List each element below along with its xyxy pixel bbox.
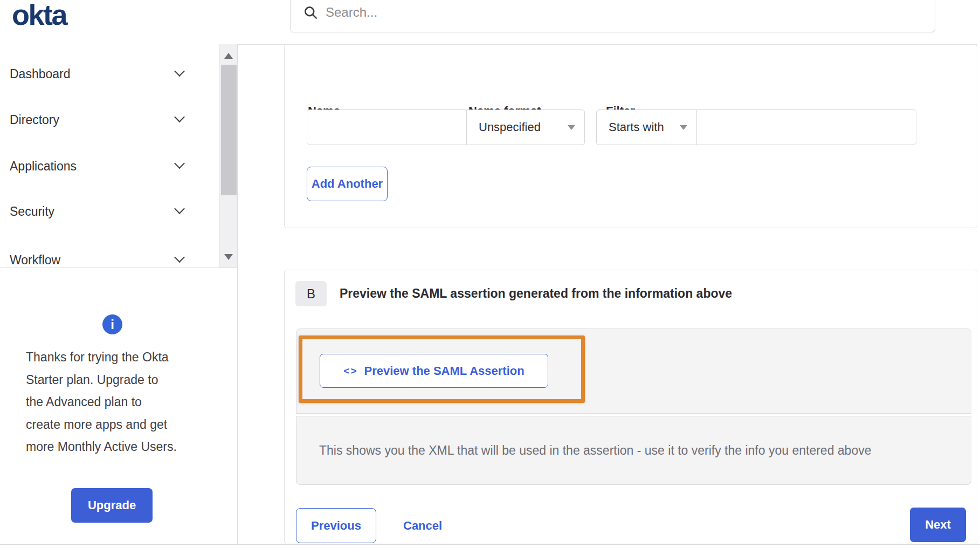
next-button[interactable]: Next [910,508,966,542]
plan-notice-line: the Advanced plan to [26,391,209,414]
chevron-down-icon [174,66,185,77]
chevron-down-icon [174,112,185,122]
preview-section-heading: Preview the SAML assertion generated fro… [340,281,732,306]
sidebar-item-dashboard[interactable]: Dashboard [0,58,220,90]
sidebar-scrollbar[interactable] [219,44,237,268]
plan-notice-line: Thanks for trying the Okta [26,346,209,369]
plan-notice: Thanks for trying the Okta Starter plan.… [26,346,209,458]
dropdown-caret-icon [680,125,687,130]
sidebar-nav: Dashboard Directory Applications Securit… [0,44,237,268]
scroll-down-icon[interactable] [224,254,233,260]
plan-notice-line: Starter plan. Upgrade to [26,369,209,392]
search-icon [303,5,318,20]
okta-logo: okta [12,0,66,31]
global-search[interactable] [290,0,935,32]
name-format-selected-value: Unspecified [479,120,541,134]
search-input[interactable] [326,5,935,20]
sidebar-item-label: Dashboard [10,67,71,81]
sidebar-item-workflow[interactable]: Workflow [0,244,220,276]
sidebar-item-label: Applications [10,159,77,174]
sidebar-item-label: Security [10,204,54,219]
scroll-up-icon[interactable] [224,53,233,59]
step-b-badge: B [295,281,327,306]
name-format-select[interactable]: Unspecified [466,109,585,145]
sidebar-item-directory[interactable]: Directory [0,104,220,136]
chevron-down-icon [174,252,185,263]
plan-notice-line: create more apps and get [26,414,209,436]
add-another-button[interactable]: Add Another [307,167,388,201]
preview-note-text: This shows you the XML that will be used… [319,443,871,458]
upgrade-button[interactable]: Upgrade [71,488,153,523]
dropdown-caret-icon [568,125,575,130]
attribute-statements-card: Name Name format (optional) Filter Unspe… [284,44,977,228]
left-column: Dashboard Directory Applications Securit… [0,44,238,544]
code-icon: <> [343,365,357,377]
plan-notice-line: more Monthly Active Users. [26,436,209,458]
preview-saml-card: B Preview the SAML assertion generated f… [284,270,977,544]
cancel-link[interactable]: Cancel [403,508,442,543]
sidebar-item-label: Workflow [10,253,60,268]
sidebar-item-label: Directory [10,113,59,127]
sidebar-item-applications[interactable]: Applications [0,150,220,182]
attribute-name-input[interactable] [307,109,467,145]
scrollbar-thumb[interactable] [221,65,237,195]
previous-button[interactable]: Previous [296,508,376,543]
chevron-down-icon [174,203,185,214]
info-icon: i [102,314,122,334]
chevron-down-icon [174,158,185,169]
filter-type-selected-value: Starts with [609,120,664,134]
sidebar-item-security[interactable]: Security [0,195,220,228]
preview-note-panel: This shows you the XML that will be used… [296,416,971,485]
preview-saml-assertion-button[interactable]: <> Preview the SAML Assertion [320,354,548,388]
preview-button-label: Preview the SAML Assertion [364,364,524,378]
filter-value-input[interactable] [696,109,916,145]
filter-type-select[interactable]: Starts with [596,109,697,145]
viewport-bottom-divider [0,544,980,545]
